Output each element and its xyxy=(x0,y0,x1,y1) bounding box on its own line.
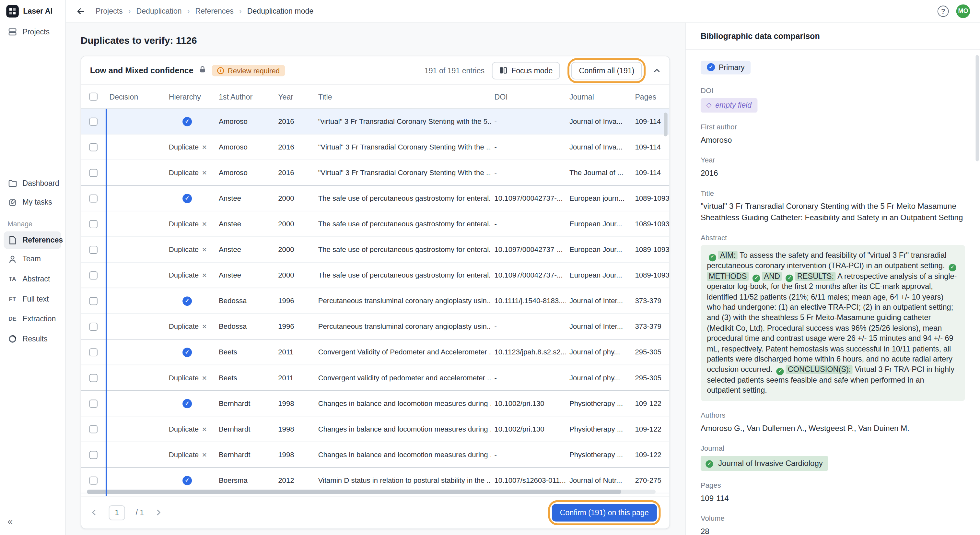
detail-vertical-scrollbar[interactable] xyxy=(975,55,979,161)
sidebar-item-abstract[interactable]: TA Abstract xyxy=(4,270,61,288)
table-body: ✓Amoroso2016"virtual" 3 Fr Transradial C… xyxy=(81,109,670,494)
row-checkbox[interactable] xyxy=(89,322,97,330)
table-row[interactable]: ✓Anstee2000The safe use of percutaneous … xyxy=(81,186,670,212)
remove-duplicate-icon[interactable]: ✕ xyxy=(202,170,207,177)
breadcrumb-item[interactable]: References xyxy=(196,6,234,15)
abstract-tag: METHODS xyxy=(707,272,749,280)
row-checkbox[interactable] xyxy=(89,399,97,407)
sidebar-item-dashboard[interactable]: Dashboard xyxy=(0,174,65,193)
confirm-page-button[interactable]: Confirm (191) on this page xyxy=(552,503,657,521)
breadcrumb-item[interactable]: Deduplication mode xyxy=(247,6,314,15)
cell-doi: - xyxy=(491,374,565,381)
sidebar-item-results[interactable]: Results xyxy=(4,330,61,347)
cell-pages: 109-122 xyxy=(631,451,670,458)
cell-journal: Physiotherapy ... xyxy=(565,425,631,433)
sidebar-item-my-tasks[interactable]: My tasks xyxy=(0,193,65,212)
row-checkbox[interactable] xyxy=(89,374,97,382)
row-checkbox[interactable] xyxy=(89,348,97,356)
select-all-checkbox[interactable] xyxy=(89,92,97,100)
cell-journal: Journal of phy... xyxy=(565,374,631,381)
page-number-input[interactable]: 1 xyxy=(109,505,125,520)
row-checkbox[interactable] xyxy=(89,476,97,484)
table-row[interactable]: Duplicate✕Amoroso2016"Virtual" 3 Fr Tran… xyxy=(81,135,670,160)
focus-mode-button[interactable]: Focus mode xyxy=(492,62,560,79)
table-row[interactable]: Duplicate✕Anstee2000The safe use of perc… xyxy=(81,237,670,263)
confirm-all-button[interactable]: Confirm all (191) xyxy=(571,62,642,79)
sidebar-item-projects[interactable]: Projects xyxy=(0,22,65,41)
column-header-doi[interactable]: DOI xyxy=(491,92,565,101)
collapse-panel-chevron-icon[interactable] xyxy=(653,67,660,74)
breadcrumb-item[interactable]: Deduplication xyxy=(136,6,181,15)
field-label-journal: Journal xyxy=(701,444,965,452)
remove-duplicate-icon[interactable]: ✕ xyxy=(202,451,207,458)
remove-duplicate-icon[interactable]: ✕ xyxy=(202,323,207,330)
table-row[interactable]: Duplicate✕Anstee2000The safe use of perc… xyxy=(81,263,670,288)
primary-check-icon: ✓ xyxy=(183,117,192,126)
cell-year: 2000 xyxy=(275,246,314,253)
sidebar-item-team[interactable]: Team xyxy=(4,250,61,268)
column-header-decision[interactable]: Decision xyxy=(106,92,165,101)
duplicates-table: Decision Hierarchy 1st Author Year Title… xyxy=(81,85,670,496)
avatar[interactable]: MO xyxy=(956,4,970,18)
row-checkbox[interactable] xyxy=(89,451,97,459)
column-header-hierarchy[interactable]: Hierarchy xyxy=(165,92,215,101)
row-checkbox[interactable] xyxy=(89,297,97,305)
remove-duplicate-icon[interactable]: ✕ xyxy=(202,426,207,433)
column-header-year[interactable]: Year xyxy=(275,92,314,101)
sidebar-item-full-text[interactable]: FT Full text xyxy=(4,290,61,308)
row-checkbox[interactable] xyxy=(89,271,97,279)
row-checkbox[interactable] xyxy=(89,194,97,202)
bibliographic-panel: Bibliographic data comparison ✓ Primary … xyxy=(685,22,980,535)
remove-duplicate-icon[interactable]: ✕ xyxy=(202,272,207,279)
row-checkbox[interactable] xyxy=(89,117,97,126)
row-checkbox[interactable] xyxy=(89,425,97,433)
cell-pages: 1089-1093 xyxy=(631,194,670,202)
cell-year: 2016 xyxy=(275,118,314,125)
sidebar-item-extraction[interactable]: DE Extraction xyxy=(4,310,61,328)
help-icon[interactable]: ? xyxy=(937,5,949,16)
confidence-group-title: Low and Mixed confidence xyxy=(90,65,194,75)
row-checkbox[interactable] xyxy=(89,143,97,151)
table-row[interactable]: ✓Amoroso2016"virtual" 3 Fr Transradial C… xyxy=(81,109,670,135)
remove-duplicate-icon[interactable]: ✕ xyxy=(202,374,207,381)
row-checkbox[interactable] xyxy=(89,220,97,228)
cell-pages: 270-275 xyxy=(631,477,670,484)
table-row[interactable]: ✓Beets2011Convergent Validity of Pedomet… xyxy=(81,339,670,365)
sidebar-item-references[interactable]: References xyxy=(4,231,61,249)
table-row[interactable]: ✓Bedossa1996Percutaneous transluminal co… xyxy=(81,288,670,314)
field-first-author: First author Amoroso xyxy=(701,123,965,146)
first-author-value: Amoroso xyxy=(701,134,965,146)
column-header-pages[interactable]: Pages xyxy=(631,92,670,101)
journal-value: Journal of Invasive Cardiology xyxy=(718,457,823,469)
table-row[interactable]: Duplicate✕Beets2011Convergent validity o… xyxy=(81,365,670,391)
sidebar-collapse-button[interactable]: « xyxy=(0,516,65,535)
table-row[interactable]: Duplicate✕Amoroso2016"Virtual" 3 Fr Tran… xyxy=(81,160,670,186)
field-title: Title "virtual" 3 Fr Transradial Coronar… xyxy=(701,189,965,224)
table-horizontal-scrollbar[interactable] xyxy=(87,490,622,494)
field-journal: Journal ✓ Journal of Invasive Cardiology xyxy=(701,444,965,471)
table-row[interactable]: Duplicate✕Bedossa1996Percutaneous transl… xyxy=(81,314,670,339)
table-row[interactable]: ✓Bernhardt1998Changes in balance and loc… xyxy=(81,391,670,416)
cell-title: "virtual" 3 Fr Transradial Coronary Sten… xyxy=(314,118,491,125)
field-label-doi: DOI xyxy=(701,87,965,94)
cell-author: Bernhardt xyxy=(215,425,274,433)
breadcrumb-item[interactable]: Projects xyxy=(95,6,123,15)
prev-page-button[interactable] xyxy=(90,508,98,516)
remove-duplicate-icon[interactable]: ✕ xyxy=(202,247,207,253)
column-header-journal[interactable]: Journal xyxy=(565,92,631,101)
row-checkbox[interactable] xyxy=(89,245,97,253)
table-row[interactable]: Duplicate✕Bernhardt1998Changes in balanc… xyxy=(81,442,670,468)
column-header-author[interactable]: 1st Author xyxy=(215,92,274,101)
back-button[interactable] xyxy=(75,6,86,16)
next-page-button[interactable] xyxy=(154,508,163,516)
column-header-title[interactable]: Title xyxy=(314,92,491,101)
field-label-first-author: First author xyxy=(701,123,965,131)
remove-duplicate-icon[interactable]: ✕ xyxy=(202,221,207,228)
field-label-volume: Volume xyxy=(701,514,965,522)
table-vertical-scrollbar[interactable] xyxy=(664,113,668,136)
table-row[interactable]: Duplicate✕Bernhardt1998Changes in balanc… xyxy=(81,416,670,442)
remove-duplicate-icon[interactable]: ✕ xyxy=(202,144,207,151)
row-checkbox[interactable] xyxy=(89,169,97,177)
pages-value: 109-114 xyxy=(701,493,965,504)
table-row[interactable]: Duplicate✕Anstee2000The safe use of perc… xyxy=(81,212,670,237)
